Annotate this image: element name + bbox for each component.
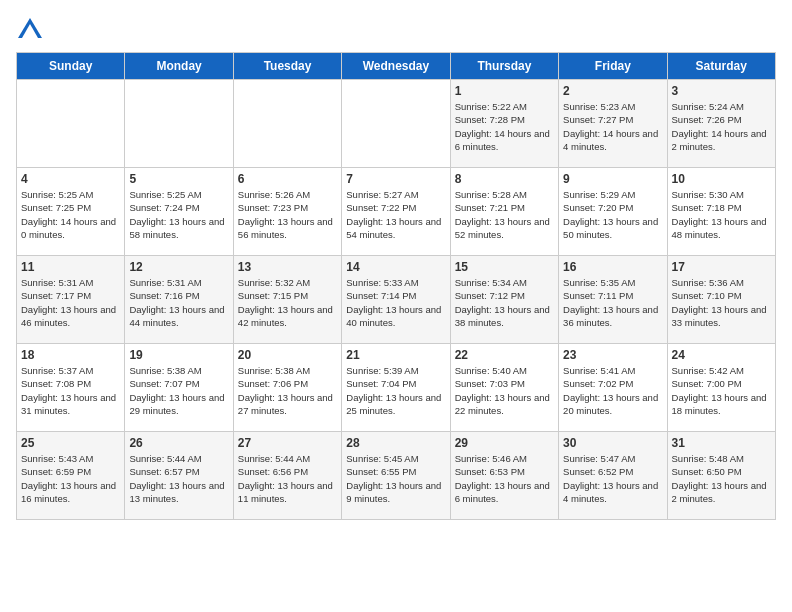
day-number: 28 (346, 436, 445, 450)
calendar-cell (233, 80, 341, 168)
day-number: 9 (563, 172, 662, 186)
header-day-tuesday: Tuesday (233, 53, 341, 80)
calendar-cell: 22Sunrise: 5:40 AMSunset: 7:03 PMDayligh… (450, 344, 558, 432)
calendar-cell: 13Sunrise: 5:32 AMSunset: 7:15 PMDayligh… (233, 256, 341, 344)
day-number: 29 (455, 436, 554, 450)
calendar-cell: 5Sunrise: 5:25 AMSunset: 7:24 PMDaylight… (125, 168, 233, 256)
day-info: Sunrise: 5:31 AMSunset: 7:17 PMDaylight:… (21, 276, 120, 329)
day-number: 20 (238, 348, 337, 362)
day-info: Sunrise: 5:36 AMSunset: 7:10 PMDaylight:… (672, 276, 771, 329)
week-row-2: 4Sunrise: 5:25 AMSunset: 7:25 PMDaylight… (17, 168, 776, 256)
day-number: 17 (672, 260, 771, 274)
logo (16, 16, 48, 44)
calendar-cell: 9Sunrise: 5:29 AMSunset: 7:20 PMDaylight… (559, 168, 667, 256)
calendar-cell: 4Sunrise: 5:25 AMSunset: 7:25 PMDaylight… (17, 168, 125, 256)
calendar-cell: 15Sunrise: 5:34 AMSunset: 7:12 PMDayligh… (450, 256, 558, 344)
calendar-cell: 29Sunrise: 5:46 AMSunset: 6:53 PMDayligh… (450, 432, 558, 520)
day-info: Sunrise: 5:26 AMSunset: 7:23 PMDaylight:… (238, 188, 337, 241)
day-number: 24 (672, 348, 771, 362)
header-day-thursday: Thursday (450, 53, 558, 80)
day-info: Sunrise: 5:34 AMSunset: 7:12 PMDaylight:… (455, 276, 554, 329)
day-info: Sunrise: 5:47 AMSunset: 6:52 PMDaylight:… (563, 452, 662, 505)
day-info: Sunrise: 5:46 AMSunset: 6:53 PMDaylight:… (455, 452, 554, 505)
calendar-cell: 11Sunrise: 5:31 AMSunset: 7:17 PMDayligh… (17, 256, 125, 344)
calendar-cell: 10Sunrise: 5:30 AMSunset: 7:18 PMDayligh… (667, 168, 775, 256)
day-number: 31 (672, 436, 771, 450)
day-info: Sunrise: 5:35 AMSunset: 7:11 PMDaylight:… (563, 276, 662, 329)
calendar-cell (17, 80, 125, 168)
calendar-cell: 27Sunrise: 5:44 AMSunset: 6:56 PMDayligh… (233, 432, 341, 520)
day-number: 1 (455, 84, 554, 98)
day-info: Sunrise: 5:42 AMSunset: 7:00 PMDaylight:… (672, 364, 771, 417)
calendar-cell: 24Sunrise: 5:42 AMSunset: 7:00 PMDayligh… (667, 344, 775, 432)
day-info: Sunrise: 5:48 AMSunset: 6:50 PMDaylight:… (672, 452, 771, 505)
day-info: Sunrise: 5:22 AMSunset: 7:28 PMDaylight:… (455, 100, 554, 153)
calendar-cell: 31Sunrise: 5:48 AMSunset: 6:50 PMDayligh… (667, 432, 775, 520)
day-info: Sunrise: 5:31 AMSunset: 7:16 PMDaylight:… (129, 276, 228, 329)
calendar-cell (342, 80, 450, 168)
day-info: Sunrise: 5:24 AMSunset: 7:26 PMDaylight:… (672, 100, 771, 153)
day-info: Sunrise: 5:29 AMSunset: 7:20 PMDaylight:… (563, 188, 662, 241)
day-number: 10 (672, 172, 771, 186)
day-info: Sunrise: 5:23 AMSunset: 7:27 PMDaylight:… (563, 100, 662, 153)
calendar-cell: 30Sunrise: 5:47 AMSunset: 6:52 PMDayligh… (559, 432, 667, 520)
calendar-cell: 20Sunrise: 5:38 AMSunset: 7:06 PMDayligh… (233, 344, 341, 432)
day-number: 8 (455, 172, 554, 186)
day-number: 23 (563, 348, 662, 362)
calendar-cell: 16Sunrise: 5:35 AMSunset: 7:11 PMDayligh… (559, 256, 667, 344)
calendar-cell: 26Sunrise: 5:44 AMSunset: 6:57 PMDayligh… (125, 432, 233, 520)
day-number: 11 (21, 260, 120, 274)
calendar-cell: 21Sunrise: 5:39 AMSunset: 7:04 PMDayligh… (342, 344, 450, 432)
day-info: Sunrise: 5:39 AMSunset: 7:04 PMDaylight:… (346, 364, 445, 417)
header-day-sunday: Sunday (17, 53, 125, 80)
week-row-3: 11Sunrise: 5:31 AMSunset: 7:17 PMDayligh… (17, 256, 776, 344)
day-number: 27 (238, 436, 337, 450)
day-number: 19 (129, 348, 228, 362)
calendar-cell: 18Sunrise: 5:37 AMSunset: 7:08 PMDayligh… (17, 344, 125, 432)
header-day-friday: Friday (559, 53, 667, 80)
day-info: Sunrise: 5:27 AMSunset: 7:22 PMDaylight:… (346, 188, 445, 241)
calendar-cell: 1Sunrise: 5:22 AMSunset: 7:28 PMDaylight… (450, 80, 558, 168)
day-number: 21 (346, 348, 445, 362)
week-row-5: 25Sunrise: 5:43 AMSunset: 6:59 PMDayligh… (17, 432, 776, 520)
day-info: Sunrise: 5:38 AMSunset: 7:06 PMDaylight:… (238, 364, 337, 417)
day-number: 15 (455, 260, 554, 274)
day-info: Sunrise: 5:33 AMSunset: 7:14 PMDaylight:… (346, 276, 445, 329)
day-info: Sunrise: 5:30 AMSunset: 7:18 PMDaylight:… (672, 188, 771, 241)
day-info: Sunrise: 5:28 AMSunset: 7:21 PMDaylight:… (455, 188, 554, 241)
calendar-cell: 12Sunrise: 5:31 AMSunset: 7:16 PMDayligh… (125, 256, 233, 344)
day-number: 2 (563, 84, 662, 98)
header-day-monday: Monday (125, 53, 233, 80)
day-info: Sunrise: 5:32 AMSunset: 7:15 PMDaylight:… (238, 276, 337, 329)
calendar-cell: 17Sunrise: 5:36 AMSunset: 7:10 PMDayligh… (667, 256, 775, 344)
day-info: Sunrise: 5:25 AMSunset: 7:25 PMDaylight:… (21, 188, 120, 241)
day-number: 6 (238, 172, 337, 186)
day-number: 7 (346, 172, 445, 186)
day-number: 13 (238, 260, 337, 274)
calendar-cell: 25Sunrise: 5:43 AMSunset: 6:59 PMDayligh… (17, 432, 125, 520)
header (16, 16, 776, 44)
calendar-cell: 28Sunrise: 5:45 AMSunset: 6:55 PMDayligh… (342, 432, 450, 520)
day-info: Sunrise: 5:44 AMSunset: 6:57 PMDaylight:… (129, 452, 228, 505)
day-number: 12 (129, 260, 228, 274)
day-info: Sunrise: 5:25 AMSunset: 7:24 PMDaylight:… (129, 188, 228, 241)
day-info: Sunrise: 5:40 AMSunset: 7:03 PMDaylight:… (455, 364, 554, 417)
calendar-cell: 19Sunrise: 5:38 AMSunset: 7:07 PMDayligh… (125, 344, 233, 432)
day-number: 22 (455, 348, 554, 362)
day-number: 3 (672, 84, 771, 98)
day-number: 18 (21, 348, 120, 362)
header-day-saturday: Saturday (667, 53, 775, 80)
calendar-cell: 8Sunrise: 5:28 AMSunset: 7:21 PMDaylight… (450, 168, 558, 256)
header-day-wednesday: Wednesday (342, 53, 450, 80)
calendar-cell: 3Sunrise: 5:24 AMSunset: 7:26 PMDaylight… (667, 80, 775, 168)
day-info: Sunrise: 5:41 AMSunset: 7:02 PMDaylight:… (563, 364, 662, 417)
calendar-table: SundayMondayTuesdayWednesdayThursdayFrid… (16, 52, 776, 520)
day-info: Sunrise: 5:38 AMSunset: 7:07 PMDaylight:… (129, 364, 228, 417)
logo-icon (16, 16, 44, 44)
day-number: 25 (21, 436, 120, 450)
week-row-1: 1Sunrise: 5:22 AMSunset: 7:28 PMDaylight… (17, 80, 776, 168)
calendar-header-row: SundayMondayTuesdayWednesdayThursdayFrid… (17, 53, 776, 80)
day-info: Sunrise: 5:43 AMSunset: 6:59 PMDaylight:… (21, 452, 120, 505)
day-info: Sunrise: 5:37 AMSunset: 7:08 PMDaylight:… (21, 364, 120, 417)
day-info: Sunrise: 5:44 AMSunset: 6:56 PMDaylight:… (238, 452, 337, 505)
